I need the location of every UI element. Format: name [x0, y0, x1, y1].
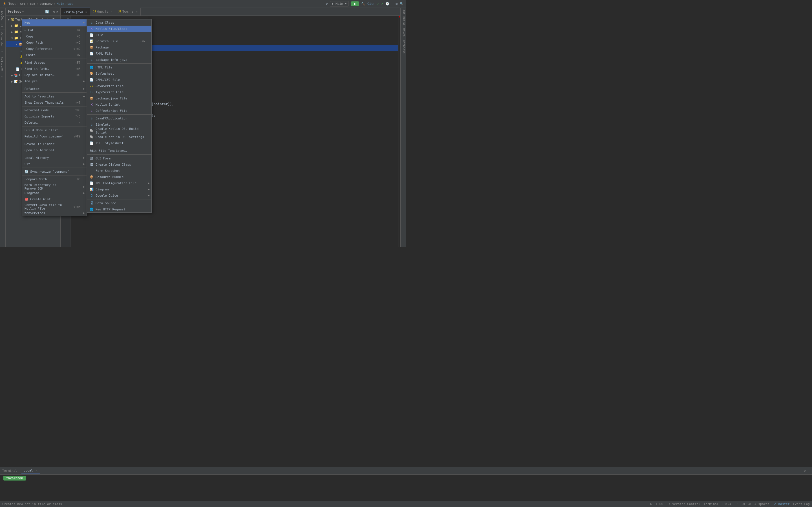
cm-webservices[interactable]: WebServices [22, 210, 87, 216]
sub-create-dialog[interactable]: 🖼 Create Dialog Class [87, 161, 151, 168]
git-check2-icon: ✓ [381, 2, 383, 6]
cm-find-usages[interactable]: Find Usages ⌥F7 [22, 59, 87, 66]
sub-form-snapshot[interactable]: Form Snapshot [87, 168, 151, 174]
cm-reformat[interactable]: Reformat Code ⌥⌘L [22, 107, 87, 113]
tab-close-main[interactable]: ✕ [86, 10, 87, 13]
cm-refactor[interactable]: Refactor [22, 86, 87, 92]
cm-diagrams[interactable]: Diagrams [22, 190, 87, 196]
sub-java-class[interactable]: ☕ Java Class [87, 19, 151, 25]
ant-build-label[interactable]: Ant Build [401, 8, 406, 26]
search-icon[interactable]: 🔍 [400, 2, 404, 6]
build-icon[interactable]: 🔨 [361, 2, 365, 6]
sub-stylesheet[interactable]: 🎨 Stylesheet [87, 70, 151, 76]
cm-build-module[interactable]: Build Module 'Test' [22, 127, 87, 133]
settings-gear-icon[interactable]: ⚙ [53, 10, 55, 13]
cm-synchronize[interactable]: 🔄 Synchronize 'company' [22, 168, 87, 175]
sub-package[interactable]: 📦 Package [87, 44, 151, 50]
sub-scratch-file[interactable]: 📝 Scratch File ⇧⌘N [87, 38, 151, 44]
undo-icon[interactable]: ↩ [392, 2, 394, 6]
database-label[interactable]: Database [401, 38, 406, 55]
sub-resource-bundle[interactable]: 📦 Resource Bundle [87, 174, 151, 180]
maven-label[interactable]: Maven [401, 26, 406, 38]
sub-xml-config[interactable]: 📄 XML Configuration File [87, 180, 151, 186]
sub-fxml[interactable]: 📄 FXML File [87, 50, 151, 57]
cm-create-gist[interactable]: 🐙 Create Gist… [22, 196, 87, 202]
guice-icon: G [89, 193, 94, 198]
new-submenu: ☕ Java Class K Kotlin File/Class 📄 File … [87, 19, 152, 213]
cm-copy[interactable]: Copy ⌘C [22, 33, 87, 40]
sub-google-guice[interactable]: G Google Guice [87, 192, 151, 199]
file-icon: 📄 [89, 33, 94, 37]
context-menu: New ✂ Cut ⌘X Copy ⌘C Copy Path ⇧⌘C Copy … [22, 19, 87, 216]
run-config-dropdown[interactable]: ▶ Main ▾ [330, 1, 349, 6]
sync-icon[interactable]: 🔄 [45, 10, 49, 13]
sub-kotlin-file[interactable]: K Kotlin File/Class [87, 25, 151, 32]
cm-show-thumbnails[interactable]: Show Image Thumbnails ⇧⌘T [22, 100, 87, 106]
cm-find-usages-label: Find Usages [24, 61, 45, 64]
sub-sep-4 [87, 154, 151, 155]
breadcrumb-company[interactable]: company [40, 2, 52, 6]
breadcrumb-file[interactable]: Main.java [57, 2, 73, 6]
cm-add-favorites[interactable]: Add to Favorites [22, 93, 87, 100]
tab-close-two[interactable]: ✕ [136, 10, 138, 13]
sub-singleton[interactable]: ☕ Singleton [87, 121, 151, 128]
sub-xslt[interactable]: 📄 XSLT Stylesheet [87, 140, 151, 146]
cm-convert-kotlin[interactable]: Convert Java File to Kotlin File ⌥⇧⌘K [22, 204, 87, 210]
sub-diagram[interactable]: 📊 Diagram [87, 186, 151, 192]
structure-tab-label[interactable]: 2: Structure [0, 30, 6, 55]
sub-package-info[interactable]: ☕ package-info.java [87, 57, 151, 63]
cm-paste[interactable]: Paste ⌘V [22, 52, 87, 58]
breadcrumb-src[interactable]: src [20, 2, 26, 6]
cm-copy-reference[interactable]: Copy Reference ⌥⇧⌘C [22, 46, 87, 52]
tab-main-java[interactable]: ☕ Main.java ✕ [61, 8, 90, 15]
project-tab-label[interactable]: 1: Project [0, 8, 6, 30]
sub-http-request[interactable]: 🌐 New HTTP Request [87, 206, 151, 212]
sub-kotlin-script[interactable]: K Kotlin Script [87, 101, 151, 108]
cm-mark-directory[interactable]: Mark Directory asRemove BOM [22, 184, 87, 190]
cm-optimize-imports[interactable]: Optimize Imports ^⌥O [22, 113, 87, 119]
tab-one-js[interactable]: JS One.js ✕ [90, 8, 116, 15]
separator-5 [22, 106, 87, 107]
sub-gradle-settings[interactable]: 🐘 Gradle Kotlin DSL Settings [87, 134, 151, 140]
layout-icon[interactable]: ⊞ [396, 2, 398, 6]
cm-compare[interactable]: Compare With… ⌘D [22, 176, 87, 182]
cm-diagrams-label: Diagrams [24, 191, 40, 195]
tab-two-js[interactable]: JS Two.js ✕ [115, 8, 141, 15]
close-sidebar-icon[interactable]: ✕ [56, 10, 58, 13]
cm-local-history[interactable]: Local History [22, 155, 87, 161]
breadcrumb-test[interactable]: Test [8, 2, 16, 6]
cm-copy-path[interactable]: Copy Path ⇧⌘C [22, 40, 87, 46]
sub-package-json[interactable]: 📦 package.json File [87, 95, 151, 101]
sub-data-source[interactable]: 🗄 Data Source [87, 200, 151, 206]
cm-reveal-finder[interactable]: Reveal in Finder [22, 141, 87, 147]
cm-cut[interactable]: ✂ Cut ⌘X [22, 27, 87, 33]
cm-rebuild[interactable]: Rebuild 'com.company' ⇧⌘F9 [22, 133, 87, 139]
sub-file[interactable]: 📄 File [87, 32, 151, 38]
history-icon[interactable]: 🕐 [386, 2, 389, 6]
sub-gui-form[interactable]: 🖼 GUI Form [87, 155, 151, 161]
context-menu-new[interactable]: New [22, 19, 87, 25]
cm-open-terminal[interactable]: Open in Terminal [22, 147, 87, 153]
favorites-tab-label[interactable]: 2: Favorites [0, 55, 6, 80]
run-button[interactable]: ▶ [351, 1, 359, 6]
sub-javascript[interactable]: JS JavaScript File [87, 83, 151, 89]
sub-javafx-label: JavaFXApplication [96, 117, 128, 120]
sub-cfml[interactable]: 📄 CFML/CFC file [87, 76, 151, 83]
tab-close-one[interactable]: ✕ [110, 10, 112, 13]
sub-html[interactable]: 🌐 HTML File [87, 64, 151, 70]
settings-icon[interactable]: ⚙ [326, 2, 327, 6]
sub-coffeescript[interactable]: ☕ CoffeeScript File [87, 108, 151, 114]
breadcrumb-com[interactable]: com [30, 2, 36, 6]
collapse-icon[interactable]: — [50, 10, 52, 13]
sub-typescript[interactable]: TS TypeScript File [87, 89, 151, 95]
sub-javafx[interactable]: ☕ JavaFXApplication [87, 115, 151, 121]
sub-singleton-label: Singleton [96, 123, 112, 126]
sub-gradle-build[interactable]: 🐘 Gradle Kotlin DSL Build Script [87, 128, 151, 134]
cm-delete[interactable]: Delete… ⌫ [22, 119, 87, 126]
cm-git[interactable]: Git [22, 161, 87, 167]
cm-replace-in-path[interactable]: Replace in Path… ⇧⌘R [22, 72, 87, 78]
cm-compare-label: Compare With… [24, 177, 49, 181]
sub-edit-templates[interactable]: Edit File Templates… [87, 148, 151, 154]
cm-analyze[interactable]: Analyze [22, 78, 87, 84]
cm-find-in-path[interactable]: Find in Path… ⇧⌘F [22, 66, 87, 72]
